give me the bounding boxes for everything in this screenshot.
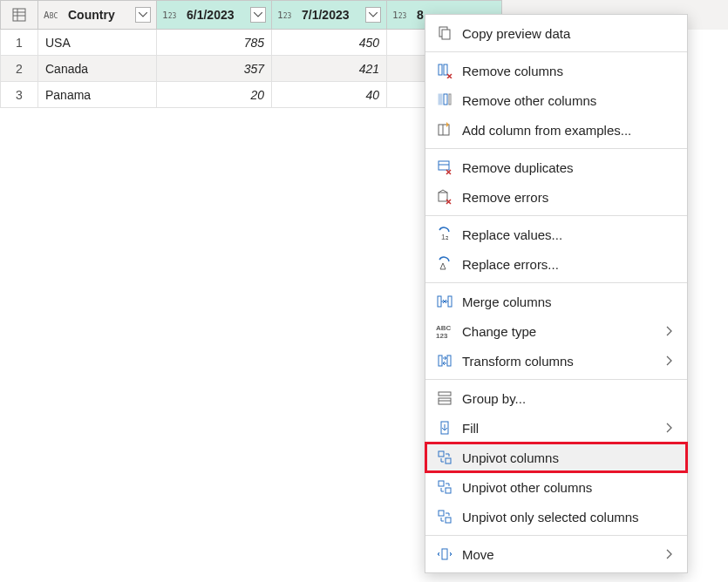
- menu-separator: [425, 148, 687, 149]
- svg-rect-22: [447, 355, 451, 366]
- menu-remove-columns[interactable]: Remove columns: [425, 56, 687, 85]
- filter-button[interactable]: [135, 7, 151, 23]
- chevron-down-icon: [369, 12, 378, 17]
- chevron-right-icon: [666, 549, 677, 559]
- menu-label: Replace errors...: [462, 257, 677, 272]
- svg-rect-21: [439, 355, 442, 366]
- menu-merge-columns[interactable]: Merge columns: [425, 287, 687, 316]
- cell-country[interactable]: Panama: [38, 82, 157, 108]
- menu-separator: [425, 51, 687, 52]
- chevron-right-icon: [666, 423, 677, 433]
- menu-unpivot-only-selected[interactable]: Unpivot only selected columns: [425, 502, 687, 531]
- table-icon: [12, 8, 26, 22]
- cell-value[interactable]: 20: [157, 82, 272, 108]
- svg-rect-7: [444, 64, 447, 75]
- menu-remove-duplicates[interactable]: Remove duplicates: [425, 152, 687, 182]
- menu-unpivot-columns[interactable]: Unpivot columns: [425, 443, 687, 472]
- menu-label: Remove columns: [462, 64, 677, 78]
- svg-rect-28: [446, 458, 451, 464]
- filter-button[interactable]: [250, 7, 266, 23]
- text-type-icon: ABC: [44, 10, 65, 21]
- column-header-date2[interactable]: 123 7/1/2023: [272, 0, 387, 30]
- remove-duplicates-icon: [436, 159, 453, 176]
- menu-label: Transform columns: [462, 354, 657, 369]
- svg-rect-29: [439, 481, 444, 486]
- cell-value[interactable]: 357: [157, 56, 272, 82]
- menu-label: Remove duplicates: [462, 160, 677, 175]
- svg-rect-18: [448, 296, 452, 307]
- menu-label: Merge columns: [462, 294, 677, 309]
- chevron-right-icon: [666, 326, 677, 336]
- svg-rect-30: [446, 488, 451, 493]
- svg-text:ABC: ABC: [436, 324, 452, 332]
- number-type-icon: 123: [162, 10, 183, 21]
- chevron-down-icon: [139, 12, 147, 17]
- chevron-down-icon: [254, 12, 262, 17]
- svg-rect-6: [439, 64, 442, 75]
- copy-icon: [436, 24, 453, 42]
- menu-transform-columns[interactable]: Transform columns: [425, 346, 687, 376]
- cell-value[interactable]: 785: [157, 30, 272, 56]
- fill-icon: [436, 419, 453, 436]
- menu-replace-values[interactable]: 1₂ Replace values...: [425, 220, 687, 249]
- menu-move[interactable]: Move: [425, 539, 687, 569]
- svg-text:123: 123: [436, 332, 448, 339]
- menu-separator: [425, 215, 687, 216]
- svg-rect-23: [439, 392, 451, 396]
- svg-rect-13: [439, 161, 449, 170]
- row-number[interactable]: 3: [0, 82, 38, 108]
- unpivot-icon: [436, 449, 453, 466]
- cell-country[interactable]: Canada: [38, 56, 157, 82]
- menu-remove-other-columns[interactable]: Remove other columns: [425, 85, 687, 115]
- cell-value[interactable]: 40: [272, 82, 387, 108]
- menu-label: Remove errors: [462, 190, 677, 205]
- menu-change-type[interactable]: ABC123 Change type: [425, 316, 687, 346]
- column-label: 7/1/2023: [302, 8, 362, 22]
- move-icon: [436, 545, 453, 563]
- svg-rect-5: [442, 30, 450, 39]
- cell-value[interactable]: 421: [272, 56, 387, 82]
- svg-rect-9: [444, 94, 447, 105]
- row-number[interactable]: 2: [0, 56, 38, 82]
- menu-label: Fill: [462, 421, 657, 436]
- svg-rect-32: [446, 518, 451, 523]
- cell-value[interactable]: 450: [272, 30, 387, 56]
- svg-rect-11: [439, 125, 449, 135]
- svg-rect-8: [439, 94, 442, 105]
- svg-rect-27: [439, 451, 444, 457]
- menu-replace-errors[interactable]: Replace errors...: [425, 249, 687, 279]
- select-all-corner[interactable]: [0, 0, 38, 30]
- menu-label: Add column from examples...: [462, 123, 677, 138]
- column-header-date1[interactable]: 123 6/1/2023: [157, 0, 272, 30]
- merge-columns-icon: [436, 293, 453, 310]
- change-type-icon: ABC123: [436, 322, 453, 340]
- svg-rect-17: [438, 296, 441, 307]
- remove-errors-icon: [436, 188, 453, 206]
- column-label: 6/1/2023: [187, 8, 247, 22]
- number-type-icon: 123: [392, 10, 413, 21]
- filter-button[interactable]: [365, 7, 381, 23]
- menu-label: Unpivot columns: [462, 450, 677, 465]
- svg-rect-31: [439, 511, 444, 516]
- row-number[interactable]: 1: [0, 30, 38, 56]
- menu-label: Move: [462, 547, 657, 562]
- menu-label: Unpivot other columns: [462, 480, 677, 495]
- cell-country[interactable]: USA: [38, 30, 157, 56]
- menu-unpivot-other-columns[interactable]: Unpivot other columns: [425, 472, 687, 502]
- replace-values-icon: 1₂: [436, 226, 453, 243]
- transform-columns-icon: [436, 352, 453, 369]
- remove-columns-icon: [436, 62, 453, 79]
- chevron-right-icon: [666, 355, 677, 366]
- menu-label: Unpivot only selected columns: [462, 510, 677, 524]
- add-column-examples-icon: [436, 121, 453, 139]
- menu-add-column-from-examples[interactable]: Add column from examples...: [425, 115, 687, 145]
- column-header-country[interactable]: ABC Country: [38, 0, 157, 30]
- menu-copy-preview-data[interactable]: Copy preview data: [425, 18, 687, 48]
- menu-remove-errors[interactable]: Remove errors: [425, 182, 687, 212]
- menu-group-by[interactable]: Group by...: [425, 383, 687, 413]
- number-type-icon: 123: [277, 10, 298, 21]
- menu-label: Copy preview data: [462, 26, 677, 41]
- menu-separator: [425, 379, 687, 380]
- menu-fill[interactable]: Fill: [425, 413, 687, 443]
- column-label: Country: [68, 8, 132, 22]
